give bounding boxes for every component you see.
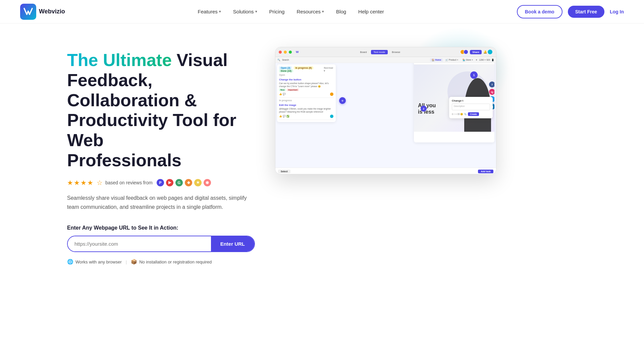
tab-product[interactable]: 🛒 Product × xyxy=(444,58,460,62)
open-section-label: Open xyxy=(279,74,334,76)
logo-text: Webvizio xyxy=(39,8,65,15)
half-star-icon: ☆ xyxy=(97,179,103,187)
review-logo-2: ▶ xyxy=(166,179,173,186)
logo[interactable]: Webvizio xyxy=(20,4,65,20)
tab-browse[interactable]: Browse xyxy=(389,50,403,54)
app-preview-container: W Board Test mode Browse Share 🔔 xyxy=(275,47,496,174)
annotation-pin-2: 2 xyxy=(421,106,427,112)
done-badge: Done (10) xyxy=(279,69,293,72)
user-avatars xyxy=(462,50,468,54)
website-content: All youis less f ig t in 1 2 xyxy=(414,65,494,132)
nav-actions: Book a demo Start Free Log In xyxy=(517,5,624,18)
comment-toolbar: B I ≡ 🖼 😊 📎 Create xyxy=(452,112,490,116)
search-icon: 🔍 xyxy=(277,59,280,61)
chevron-down-icon: ▾ xyxy=(322,9,324,14)
format-icons: B I ≡ 🖼 😊 📎 xyxy=(452,113,467,116)
hero-section: The Ultimate VisualFeedback, Collaborati… xyxy=(0,23,644,285)
nav-features[interactable]: Features ▾ xyxy=(198,9,221,14)
task-1-title: Change the button xyxy=(279,78,334,81)
tag-new: New xyxy=(279,88,286,91)
facebook-icon: f xyxy=(489,81,494,87)
add-tab-icon[interactable]: + xyxy=(476,58,477,62)
emoji-icon-2: 👍 💬 ✅ xyxy=(279,115,289,118)
share-button[interactable]: Share xyxy=(470,50,482,54)
nav-resources[interactable]: Resources ▾ xyxy=(297,9,324,14)
tag-important: Important xyxy=(287,88,299,91)
reaction-icons-2: 👍 💬 ✅ xyxy=(279,115,289,118)
task-2-desc: @Maggie O'Brien, could you make the imag… xyxy=(279,107,334,113)
task-1-avatar xyxy=(330,92,334,96)
review-platform-logos: P ▶ G ◆ ★ ◉ xyxy=(157,179,211,186)
dimensions-label: 1280 × 920 xyxy=(479,59,490,61)
nav-pricing[interactable]: Pricing xyxy=(269,9,285,14)
user-avatar xyxy=(487,49,493,55)
app-bottom-bar: Select Add task xyxy=(275,168,496,174)
task-2-title: Edit the image xyxy=(279,104,334,107)
nav-links: Features ▾ Solutions ▾ Pricing Resources… xyxy=(198,9,384,14)
task-1-meta: 👍 💬 xyxy=(279,92,334,96)
task-status-labels: Open (2) In progress (8) Done (10) xyxy=(279,66,324,72)
add-annotation-button[interactable]: + xyxy=(339,97,346,104)
tab-board[interactable]: Board xyxy=(358,50,370,54)
browser-chrome: W Board Test mode Browse Share 🔔 xyxy=(275,47,496,57)
login-button[interactable]: Log In xyxy=(610,9,624,14)
create-button[interactable]: Create xyxy=(468,112,479,116)
task-2-avatar xyxy=(330,114,334,118)
capterra-logo: ◆ xyxy=(185,179,192,186)
start-free-button[interactable]: Start Free xyxy=(568,6,604,18)
badge-divider: | xyxy=(126,259,127,264)
globe-icon: 🌐 xyxy=(67,259,73,265)
task-2-meta: 👍 💬 ✅ xyxy=(279,114,334,118)
task-1: Change the button Can we try another but… xyxy=(279,77,334,98)
comment-description-input[interactable]: Description xyxy=(452,104,490,110)
trustpilot-logo: ★ xyxy=(194,179,202,186)
normal-view-label: Normal ▾ xyxy=(324,66,334,72)
nav-help-center[interactable]: Help center xyxy=(358,9,384,14)
website-preview-panel: mnmist.com Home Product Store About Us C… xyxy=(414,59,494,142)
floating-comment-panel: Change t Description B I ≡ 🖼 😊 📎 Create xyxy=(449,97,493,118)
progress-badge: In progress (8) xyxy=(294,66,314,69)
url-bar-row: 🔍 Search 🏠 Home 🛒 Product × 🏪 Store × + … xyxy=(275,57,496,63)
url-bar-right: 1280 × 920 📱 xyxy=(479,59,494,61)
emoji-icon: 👍 💬 xyxy=(279,93,286,96)
responsive-icon: 📱 xyxy=(491,59,494,61)
url-tabs: 🏠 Home 🛒 Product × 🏪 Store × + xyxy=(430,58,477,62)
close-dot xyxy=(279,51,282,54)
url-input-label: Enter Any Webpage URL to See It in Actio… xyxy=(67,225,255,231)
url-input[interactable] xyxy=(68,236,211,251)
tab-home[interactable]: 🏠 Home xyxy=(430,58,443,62)
maximize-dot xyxy=(289,51,292,54)
url-form: Enter URL xyxy=(67,236,255,252)
logo-icon xyxy=(20,4,36,20)
enter-url-button[interactable]: Enter URL xyxy=(211,236,254,251)
nav-blog[interactable]: Blog xyxy=(336,9,346,14)
task-1-desc: Can we try another button shape please? … xyxy=(279,82,334,88)
app-content: 🔍 Search 🏠 Home 🛒 Product × 🏪 Store × + … xyxy=(275,57,496,174)
tab-store[interactable]: 🏪 Store × xyxy=(461,58,475,62)
navigation: Webvizio Features ▾ Solutions ▾ Pricing … xyxy=(0,0,644,23)
hero-badges: 🌐 Works with any browser | 📦 No installa… xyxy=(67,259,255,265)
open-badge: Open (2) xyxy=(279,66,292,69)
chevron-down-icon: ▾ xyxy=(255,9,257,14)
hero-left: The Ultimate VisualFeedback, Collaborati… xyxy=(67,50,255,265)
star-icons: ★★★★ xyxy=(67,179,94,187)
task-2: Edit the image @Maggie O'Brien, could yo… xyxy=(279,102,334,120)
browser-badge: 🌐 Works with any browser xyxy=(67,259,122,265)
url-bar: Search xyxy=(282,59,428,61)
bell-icon: 🔔 xyxy=(483,50,487,54)
nav-solutions[interactable]: Solutions ▾ xyxy=(233,9,257,14)
reaction-icons: 👍 💬 xyxy=(279,93,286,96)
no-install-badge: 📦 No installation or registration requir… xyxy=(131,259,212,265)
add-task-button[interactable]: Add task xyxy=(478,170,493,173)
chevron-down-icon: ▾ xyxy=(219,9,221,14)
select-button[interactable]: Select xyxy=(278,170,290,173)
annotation-pin-1: 1 xyxy=(470,71,478,79)
toolbar-right: Share 🔔 xyxy=(462,49,493,55)
book-demo-button[interactable]: Book a demo xyxy=(517,5,562,18)
task-header: Open (2) In progress (8) Done (10) Norma… xyxy=(279,66,334,72)
tab-test-mode[interactable]: Test mode xyxy=(371,50,388,54)
comment-title: Change t xyxy=(452,99,490,102)
minimize-dot xyxy=(284,51,287,54)
instagram-icon: ig xyxy=(489,89,494,95)
hero-description: Seamlessly share visual feedback on web … xyxy=(67,193,255,212)
